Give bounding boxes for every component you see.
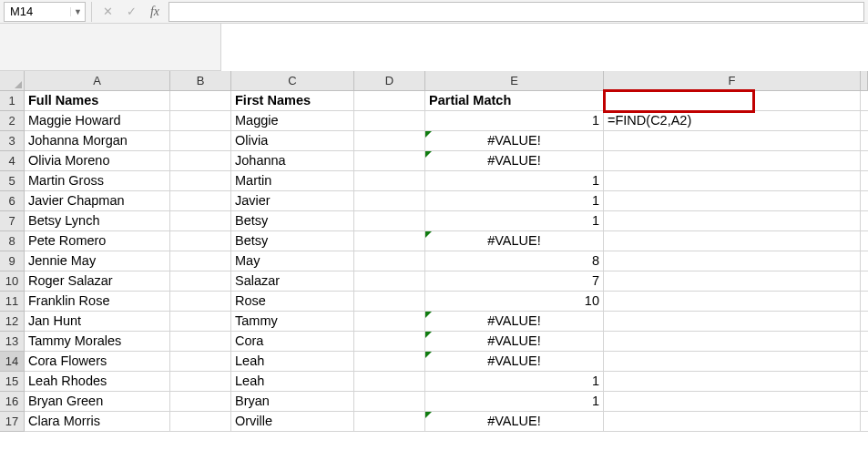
cell[interactable]: Maggie — [231, 111, 354, 131]
cell[interactable] — [354, 292, 425, 312]
cell[interactable] — [354, 111, 425, 131]
cell[interactable] — [604, 151, 861, 171]
cell[interactable]: Jan Hunt — [25, 312, 170, 332]
cell[interactable]: Betsy — [231, 231, 354, 251]
cell[interactable]: Tammy Morales — [25, 332, 170, 352]
cell[interactable]: Bryan — [231, 392, 354, 412]
cell[interactable]: Javier — [231, 191, 354, 211]
cell[interactable] — [170, 312, 231, 332]
cell[interactable]: Franklin Rose — [25, 292, 170, 312]
cell[interactable] — [170, 171, 231, 191]
cell[interactable] — [170, 412, 231, 432]
cell[interactable] — [170, 372, 231, 392]
cell[interactable]: Jennie May — [25, 251, 170, 271]
row-header[interactable]: 12 — [0, 312, 25, 332]
cell[interactable]: Pete Romero — [25, 231, 170, 251]
cell[interactable]: Martin — [231, 171, 354, 191]
cell[interactable] — [354, 131, 425, 151]
row-header[interactable]: 17 — [0, 412, 25, 432]
cell[interactable]: Salazar — [231, 271, 354, 292]
cell[interactable] — [861, 111, 868, 131]
cell[interactable] — [604, 131, 861, 151]
cell[interactable]: #VALUE! — [425, 412, 604, 432]
cell[interactable] — [861, 312, 868, 332]
cell[interactable] — [354, 352, 425, 372]
row-header[interactable]: 7 — [0, 211, 25, 231]
cell[interactable] — [604, 312, 861, 332]
col-header-B[interactable]: B — [170, 71, 231, 91]
cell[interactable]: Johanna Morgan — [25, 131, 170, 151]
col-header-F[interactable]: F — [604, 71, 861, 91]
cell[interactable]: Bryan Green — [25, 392, 170, 412]
cell[interactable]: 1 — [425, 372, 604, 392]
cell[interactable] — [861, 271, 868, 292]
cell[interactable]: #VALUE! — [425, 131, 604, 151]
cell[interactable]: Leah — [231, 372, 354, 392]
cell[interactable]: May — [231, 251, 354, 271]
name-box[interactable]: M14 ▼ — [4, 2, 86, 22]
cell[interactable] — [354, 171, 425, 191]
cell[interactable] — [354, 332, 425, 352]
cell[interactable] — [604, 352, 861, 372]
cell[interactable]: #VALUE! — [425, 332, 604, 352]
row-header[interactable]: 2 — [0, 111, 25, 131]
cell[interactable] — [354, 151, 425, 171]
cell[interactable]: Betsy Lynch — [25, 211, 170, 231]
cell[interactable] — [604, 231, 861, 251]
cell[interactable]: Orville — [231, 412, 354, 432]
cell[interactable] — [354, 91, 425, 111]
cell[interactable]: Tammy — [231, 312, 354, 332]
row-header[interactable]: 14 — [0, 352, 25, 372]
cell[interactable]: Full Names — [25, 91, 170, 111]
cell[interactable] — [354, 251, 425, 271]
cell[interactable] — [861, 251, 868, 271]
cell[interactable]: #VALUE! — [425, 231, 604, 251]
cell[interactable] — [170, 392, 231, 412]
cell[interactable] — [604, 191, 861, 211]
cell[interactable] — [861, 151, 868, 171]
cell[interactable]: 1 — [425, 111, 604, 131]
cell[interactable] — [354, 412, 425, 432]
cell[interactable] — [354, 231, 425, 251]
row-header[interactable]: 13 — [0, 332, 25, 352]
cell[interactable] — [170, 332, 231, 352]
cell[interactable] — [861, 352, 868, 372]
cell[interactable]: Cora Flowers — [25, 352, 170, 372]
cell[interactable] — [861, 412, 868, 432]
cell[interactable]: Maggie Howard — [25, 111, 170, 131]
cell[interactable] — [604, 292, 861, 312]
cell[interactable]: Clara Morris — [25, 412, 170, 432]
cell[interactable] — [170, 191, 231, 211]
cell[interactable] — [861, 91, 868, 111]
cell[interactable]: #VALUE! — [425, 151, 604, 171]
cell[interactable]: 7 — [425, 271, 604, 292]
cell[interactable] — [861, 191, 868, 211]
row-header[interactable]: 10 — [0, 271, 25, 292]
cell[interactable] — [861, 332, 868, 352]
cell[interactable] — [861, 211, 868, 231]
cell[interactable]: Leah Rhodes — [25, 372, 170, 392]
cell[interactable]: Betsy — [231, 211, 354, 231]
cell[interactable] — [354, 271, 425, 292]
cell[interactable] — [604, 412, 861, 432]
cell[interactable] — [861, 372, 868, 392]
cell[interactable] — [861, 292, 868, 312]
cell[interactable] — [170, 91, 231, 111]
cell[interactable]: 8 — [425, 251, 604, 271]
select-all-corner[interactable] — [0, 71, 25, 91]
cell[interactable] — [170, 151, 231, 171]
cell[interactable]: Olivia — [231, 131, 354, 151]
cell[interactable]: 1 — [425, 392, 604, 412]
cell[interactable]: Leah — [231, 352, 354, 372]
col-header-D[interactable]: D — [354, 71, 425, 91]
cell[interactable] — [170, 111, 231, 131]
cell[interactable]: 1 — [425, 191, 604, 211]
cell[interactable]: First Names — [231, 91, 354, 111]
cell[interactable]: Partial Match — [425, 91, 604, 111]
cell[interactable] — [170, 231, 231, 251]
cell[interactable] — [861, 171, 868, 191]
cell[interactable] — [861, 131, 868, 151]
cell[interactable]: =FIND(C2,A2) — [604, 111, 861, 131]
row-header[interactable]: 15 — [0, 372, 25, 392]
cell[interactable]: Rose — [231, 292, 354, 312]
